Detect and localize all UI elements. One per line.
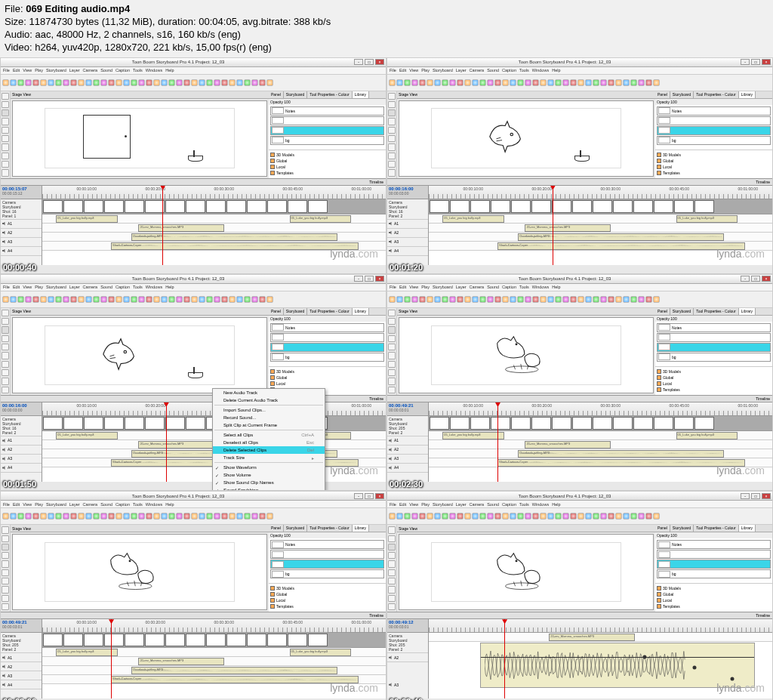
tool-button[interactable] [2,526,9,533]
tool-button[interactable] [2,595,9,602]
toolbar-button[interactable] [577,513,584,520]
toolbar-button[interactable] [570,296,577,303]
audio-track-header[interactable]: A3 [387,662,428,700]
close-button[interactable]: × [762,493,771,499]
toolbar-button[interactable] [630,513,637,520]
audio-track-header[interactable]: A1 [387,220,428,229]
toolbar-button[interactable] [10,296,17,303]
toolbar-button[interactable] [449,296,456,303]
panel-tab[interactable]: Library [739,91,756,98]
toolbar-button[interactable] [404,513,411,520]
toolbar-button[interactable] [472,296,479,303]
panel-thumbnail[interactable] [267,200,287,213]
toolbar-button[interactable] [17,513,24,520]
timeline-ruler[interactable]: 00:00:10:0000:00:20:0000:00:30:0000:00:4… [429,186,772,199]
toolbar-button[interactable] [131,513,137,520]
minimize-button[interactable]: - [741,493,750,499]
toolbar-button[interactable] [464,79,471,86]
stage-view-tab[interactable]: Stage View [11,525,269,532]
toolbar-button[interactable] [85,513,92,520]
close-button[interactable]: × [375,276,384,282]
toolbar-button[interactable] [434,79,441,86]
library-item[interactable]: Global [657,375,771,381]
panel-thumbnail[interactable] [450,200,470,213]
panel-thumbnail[interactable] [674,417,694,430]
panel-tab[interactable]: Library [353,91,369,98]
panel-tab[interactable]: Panel [655,308,670,315]
toolbar-button[interactable] [510,296,516,303]
tool-button[interactable] [2,101,9,108]
menu-sound[interactable]: Sound [487,285,499,289]
toolbar-button[interactable] [638,79,645,86]
maximize-button[interactable]: □ [751,276,760,282]
panel-tab[interactable]: Library [353,308,369,315]
menu-caption[interactable]: Caption [115,68,130,72]
menu-item[interactable]: Record Sound... [213,414,325,421]
library-item[interactable]: Local [657,381,771,387]
tool-button[interactable] [2,352,9,359]
toolbar-button[interactable] [221,296,228,303]
tool-button[interactable] [388,535,396,542]
library-item[interactable]: 3D Models [657,152,771,158]
maximize-button[interactable]: □ [751,59,760,65]
timecode-display[interactable]: 00:00:16:0000:00:03:00 [387,186,428,199]
menu-item[interactable]: Delete Selected ClipsDel [213,446,325,454]
audio-row-a1[interactable]: 05_Luke_you big bully.mp305_Luke_you big… [429,214,772,224]
panel-thumbnail[interactable] [654,417,673,430]
menu-item[interactable]: Show Waveform [213,464,325,471]
library-item[interactable]: Templates [270,170,384,176]
toolbar-button[interactable] [464,296,471,303]
toolbar-button[interactable] [153,79,160,86]
menu-caption[interactable]: Caption [115,502,130,507]
storyboard-track[interactable] [42,633,386,648]
close-button[interactable]: × [375,493,384,499]
panel-tab[interactable]: Storyboard [670,91,694,98]
menu-camera[interactable]: Camera [83,68,98,72]
tool-button[interactable] [2,135,9,142]
tool-button[interactable] [388,326,396,333]
toolbar-button[interactable] [183,79,190,86]
stage-view-tab[interactable]: Stage View [11,308,269,316]
tool-button[interactable] [388,101,396,108]
menu-item[interactable]: Track Size▸ [213,454,325,461]
toolbar-button[interactable] [419,513,426,520]
panel-tab[interactable]: Storyboard [670,525,694,532]
toolbar-button[interactable] [2,296,9,303]
layer-row[interactable] [657,560,771,569]
toolbar-button[interactable] [555,79,562,86]
toolbar-button[interactable] [389,296,396,303]
tool-button[interactable] [388,369,396,376]
panel-tab[interactable]: Tool Properties - Colour [307,308,353,315]
toolbar-button[interactable] [244,79,251,86]
menu-item[interactable]: Show Sound Clip Names [213,479,325,486]
panel-tab[interactable]: Panel [269,308,284,315]
layer-row[interactable] [270,343,384,352]
library-item[interactable]: Local [657,597,771,603]
toolbar-button[interactable] [442,79,448,86]
library-item[interactable]: Global [270,158,384,164]
layer-row[interactable]: bg [270,569,384,578]
menu-tools[interactable]: Tools [519,285,529,289]
toolbar-button[interactable] [547,296,554,303]
toolbar-button[interactable] [577,79,584,86]
toolbar-button[interactable] [63,296,69,303]
panel-thumbnail[interactable] [145,200,165,213]
toolbar-button[interactable] [389,513,396,520]
panel-thumbnail[interactable] [63,417,83,430]
toolbar-button[interactable] [645,296,652,303]
panel-tab[interactable]: Storyboard [284,308,307,315]
toolbar-button[interactable] [138,79,145,86]
menu-view[interactable]: View [409,68,418,72]
panel-thumbnail[interactable] [104,417,124,430]
audio-row-a3[interactable]: Doorknob-jattling-MP3 [42,233,386,242]
toolbar-button[interactable] [510,513,516,520]
toolbar-button[interactable] [25,296,32,303]
toolbar-button[interactable] [93,513,100,520]
menu-edit[interactable]: Edit [399,285,406,289]
panel-thumbnail[interactable] [165,417,185,430]
library-item[interactable]: Templates [657,603,771,609]
toolbar-button[interactable] [10,513,17,520]
toolbar-button[interactable] [153,513,160,520]
toolbar-button[interactable] [236,513,243,520]
layer-row[interactable] [657,126,771,135]
